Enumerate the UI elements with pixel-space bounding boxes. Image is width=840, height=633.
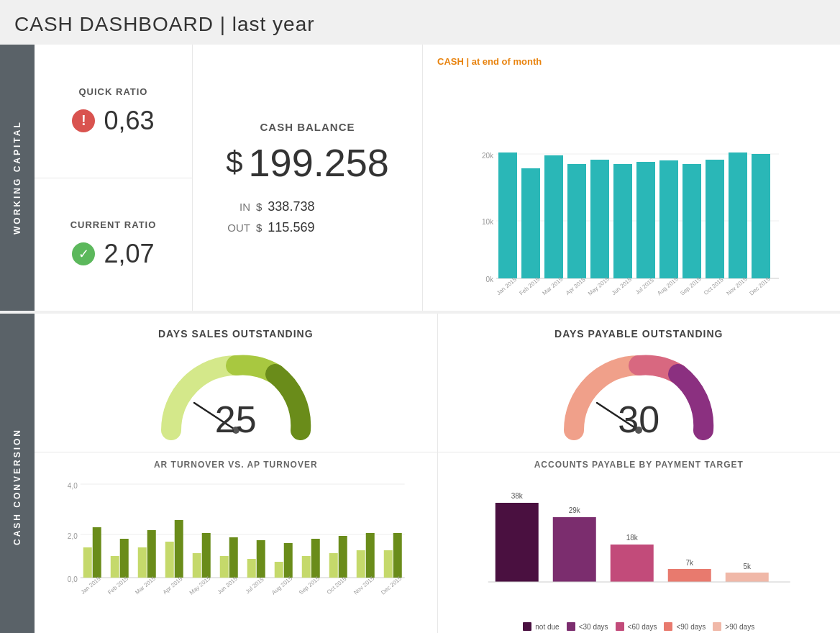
svg-text:Dec 2015: Dec 2015 xyxy=(380,575,403,596)
not-due-dot xyxy=(523,622,531,631)
svg-rect-11 xyxy=(613,164,632,278)
svg-rect-55 xyxy=(284,543,293,578)
svg-rect-79 xyxy=(552,517,595,582)
svg-rect-56 xyxy=(302,556,311,578)
svg-text:Oct 2015: Oct 2015 xyxy=(703,276,725,296)
cash-balance-panel: CASH BALANCE $ 199.258 IN $ 338.738 OUT … xyxy=(193,45,423,311)
svg-text:Jul 2015: Jul 2015 xyxy=(634,277,655,296)
60days-dot xyxy=(616,622,624,631)
svg-rect-48 xyxy=(193,553,201,578)
svg-rect-41 xyxy=(93,527,101,578)
svg-rect-60 xyxy=(357,550,365,578)
ar-ap-chart: 4,0 2,0 0,0 xyxy=(49,475,423,612)
90days-dot xyxy=(664,622,672,631)
svg-text:0,0: 0,0 xyxy=(68,575,78,583)
svg-rect-83 xyxy=(667,569,711,582)
svg-rect-81 xyxy=(610,545,653,582)
svg-rect-44 xyxy=(138,547,147,578)
payment-legend-over90: >90 days xyxy=(713,622,754,631)
svg-rect-77 xyxy=(495,503,538,582)
svg-rect-47 xyxy=(175,520,183,578)
svg-text:Oct 2015: Oct 2015 xyxy=(326,575,348,596)
svg-text:18k: 18k xyxy=(626,534,638,542)
svg-text:Sep 2015: Sep 2015 xyxy=(298,575,321,596)
svg-text:Nov 2015: Nov 2015 xyxy=(352,575,375,596)
days-sales-value: 25 xyxy=(215,398,257,441)
svg-rect-42 xyxy=(111,556,119,578)
svg-rect-61 xyxy=(366,533,375,578)
svg-text:7k: 7k xyxy=(685,559,694,567)
svg-text:Feb 2015: Feb 2015 xyxy=(519,275,542,296)
svg-text:Mar 2015: Mar 2015 xyxy=(134,575,157,596)
svg-rect-6 xyxy=(498,152,517,278)
days-payable-title: DAYS PAYABLE OUTSTANDING xyxy=(554,328,723,340)
payment-legend: not due <30 days <60 days xyxy=(452,622,826,631)
current-ratio-title: CURRENT RATIO xyxy=(70,219,157,230)
svg-text:Jul 2015: Jul 2015 xyxy=(245,576,265,596)
payment-legend-90: <90 days xyxy=(664,622,706,631)
svg-rect-51 xyxy=(229,537,238,578)
svg-rect-50 xyxy=(220,556,229,578)
svg-text:Mar 2015: Mar 2015 xyxy=(542,275,565,296)
svg-text:Jan 2015: Jan 2015 xyxy=(80,575,102,596)
svg-rect-59 xyxy=(339,536,347,578)
accounts-payable-title: ACCOUNTS PAYABLE BY PAYMENT TARGET xyxy=(452,460,826,470)
days-payable-value: 30 xyxy=(618,398,659,441)
svg-rect-57 xyxy=(311,539,320,578)
quick-ratio-icon: ! xyxy=(72,109,95,132)
svg-rect-52 xyxy=(247,559,256,578)
cash-balance-title: CASH BALANCE xyxy=(260,121,355,133)
cash-out-label: OUT xyxy=(222,222,250,234)
svg-rect-43 xyxy=(120,539,129,578)
svg-text:4,0: 4,0 xyxy=(68,482,78,490)
svg-text:Dec 2015: Dec 2015 xyxy=(748,275,771,296)
accounts-payable-chart: 38k 29k 18k 7k 5k xyxy=(452,475,826,612)
svg-text:Sep 2015: Sep 2015 xyxy=(679,275,702,296)
cash-in-label: IN xyxy=(222,201,250,213)
not-due-label: not due xyxy=(535,623,559,631)
svg-rect-10 xyxy=(590,160,609,278)
svg-rect-40 xyxy=(83,547,92,578)
svg-rect-45 xyxy=(147,530,156,578)
cash-balance-amount: 199.258 xyxy=(249,140,389,185)
svg-text:38k: 38k xyxy=(511,492,523,500)
svg-rect-9 xyxy=(567,164,586,278)
svg-text:Jun 2015: Jun 2015 xyxy=(216,575,239,596)
payment-legend-60: <60 days xyxy=(616,622,657,631)
svg-rect-62 xyxy=(384,550,393,578)
ratios-panel: QUICK RATIO ! 0,63 CURRENT RATIO ✓ xyxy=(35,45,193,311)
svg-text:2,0: 2,0 xyxy=(68,532,78,540)
svg-text:Jun 2015: Jun 2015 xyxy=(611,276,633,296)
svg-rect-12 xyxy=(636,162,655,278)
cash-in-amount: 338.738 xyxy=(268,199,314,214)
cash-chart-title: CASH | at end of month xyxy=(437,56,826,67)
cash-in-row: IN $ 338.738 xyxy=(222,199,408,214)
current-ratio-box: CURRENT RATIO ✓ 2,07 xyxy=(35,178,192,311)
svg-rect-14 xyxy=(682,164,701,278)
cash-bar-chart: 20k 10k 0k xyxy=(437,145,826,304)
cash-conversion-label: CASH CONVERSION xyxy=(0,314,35,633)
working-capital-label: WORKING CAPITAL xyxy=(0,45,35,311)
svg-text:Apr 2015: Apr 2015 xyxy=(162,575,184,596)
svg-text:Feb 2015: Feb 2015 xyxy=(106,575,129,596)
current-ratio-value: 2,07 xyxy=(104,239,154,269)
svg-text:5k: 5k xyxy=(743,563,752,570)
cash-out-amount: 115.569 xyxy=(268,220,314,235)
svg-text:0k: 0k xyxy=(485,275,494,283)
svg-rect-7 xyxy=(521,168,540,278)
svg-rect-53 xyxy=(257,540,265,578)
svg-text:Aug 2015: Aug 2015 xyxy=(656,275,679,296)
svg-rect-16 xyxy=(729,152,747,278)
quick-ratio-box: QUICK RATIO ! 0,63 xyxy=(35,45,192,178)
svg-rect-58 xyxy=(329,553,338,578)
cash-out-row: OUT $ 115.569 xyxy=(222,220,408,235)
svg-rect-8 xyxy=(544,155,563,278)
svg-text:Jan 2015: Jan 2015 xyxy=(496,276,518,296)
over90days-label: >90 days xyxy=(725,623,754,631)
svg-text:20k: 20k xyxy=(482,152,494,160)
over90days-dot xyxy=(713,622,721,631)
cash-in-dollar: $ xyxy=(256,201,262,213)
cash-chart-panel: CASH | at end of month 20k 10k 0k xyxy=(423,45,840,311)
cash-out-dollar: $ xyxy=(256,222,262,234)
svg-text:Apr 2015: Apr 2015 xyxy=(565,276,587,296)
